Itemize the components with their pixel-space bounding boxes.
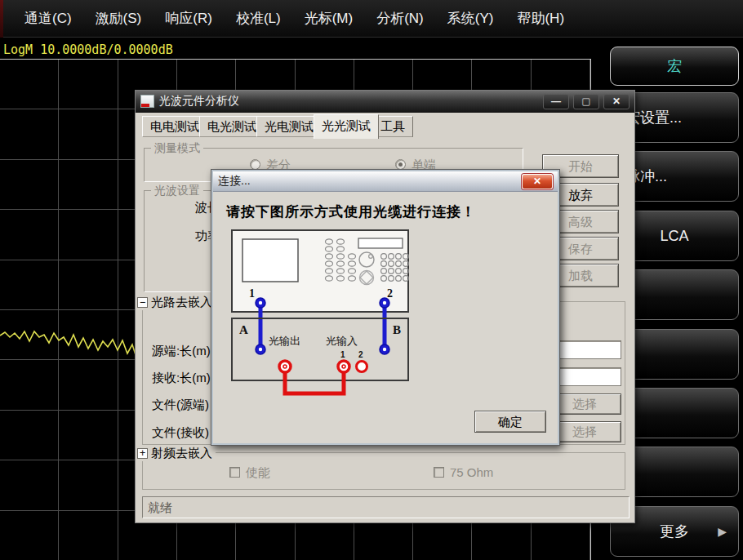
tab-eo-test[interactable]: 电光测试 [199,116,265,137]
status-bar: 就绪 [142,496,630,518]
menu-marker[interactable]: 光标(M) [305,9,353,28]
file-receive-label: 文件(接收) [152,425,209,441]
rf-deembed-header: + 射频去嵌入 [137,446,216,461]
menu-calibration[interactable]: 校准(L) [236,9,281,28]
maximize-icon[interactable]: ▢ [573,94,599,109]
collapse-icon[interactable]: − [137,297,148,308]
source-length-label: 源端:长(m) [152,344,211,359]
minimize-icon[interactable]: — [543,94,569,109]
menu-system[interactable]: 系统(Y) [447,9,494,28]
menu-channel[interactable]: 通道(C) [24,9,72,28]
connection-dialog: 连接... ✕ 请按下图所示方式使用光缆进行连接！ [211,169,560,446]
menu-bar: 通道(C) 激励(S) 响应(R) 校准(L) 光标(M) 分析(N) 系统(Y… [0,0,743,38]
ohm75-checkbox[interactable] [434,467,444,478]
lightwave-settings-label: 光波设置 [151,184,203,198]
expand-icon[interactable]: + [137,448,148,459]
optical-deembed-header: − 光路去嵌入 [137,295,216,310]
diagram-portA-label: A [239,323,248,336]
diagram-optical-in-label: 光输入 [326,335,358,347]
diagram-portB-label: B [393,323,401,336]
diagram-port2-label: 2 [387,287,393,300]
connection-diagram: 1 2 A B 光输出 光输入 1 2 [229,222,416,407]
tab-oo-test[interactable]: 光光测试 [314,114,379,139]
measure-mode-label: 测量模式 [151,141,203,156]
window-title: 光波元件分析仪 [159,94,539,109]
app-icon [140,95,154,108]
dialog-titlebar[interactable]: 连接... ✕ [213,171,558,192]
softkey-lca-label: LCA [660,228,688,245]
menu-help[interactable]: 帮助(H) [517,9,564,28]
enable-checkbox-label: 使能 [246,465,270,481]
menu-response[interactable]: 响应(R) [165,9,212,28]
ok-button[interactable]: 确定 [474,411,546,433]
menu-bar-edge-decoration [0,0,3,38]
window-titlebar[interactable]: 光波元件分析仪 — ▢ ✕ [136,91,634,113]
softkey-macro-label: 宏 [667,56,682,76]
ohm75-checkbox-label: 75 Ohm [450,465,493,479]
tab-ee-test[interactable]: 电电测试 [142,116,207,137]
enable-checkbox[interactable] [229,467,240,478]
chevron-right-icon: ▶ [718,525,727,538]
optical-deembed-label: 光路去嵌入 [151,295,212,310]
tab-oe-test[interactable]: 光电测试 [256,116,322,137]
dialog-title: 连接... [218,174,522,189]
screen: 通道(C) 激励(S) 响应(R) 校准(L) 光标(M) 分析(N) 系统(Y… [0,0,743,560]
diagram-optical-out-label: 光输出 [269,335,300,347]
softkey-more-label: 更多 [660,522,689,541]
receive-length-label: 接收:长(m) [152,371,211,386]
rf-deembed-label: 射频去嵌入 [151,446,212,461]
trace-scale-label: LogM 10.0000dB/0.0000dB [3,42,173,57]
menu-analysis[interactable]: 分析(N) [376,9,424,28]
close-icon[interactable]: ✕ [522,174,553,189]
menu-stimulus[interactable]: 激励(S) [96,9,142,28]
connection-instruction: 请按下图所示方式使用光缆进行连接！ [226,202,476,221]
softkey-macro[interactable]: 宏 [610,47,739,86]
diagram-in1-label: 1 [340,350,345,359]
diagram-in2-label: 2 [358,350,363,359]
close-icon[interactable]: ✕ [603,94,630,109]
diagram-port1-label: 1 [249,287,255,300]
file-source-label: 文件(源端) [152,398,209,413]
